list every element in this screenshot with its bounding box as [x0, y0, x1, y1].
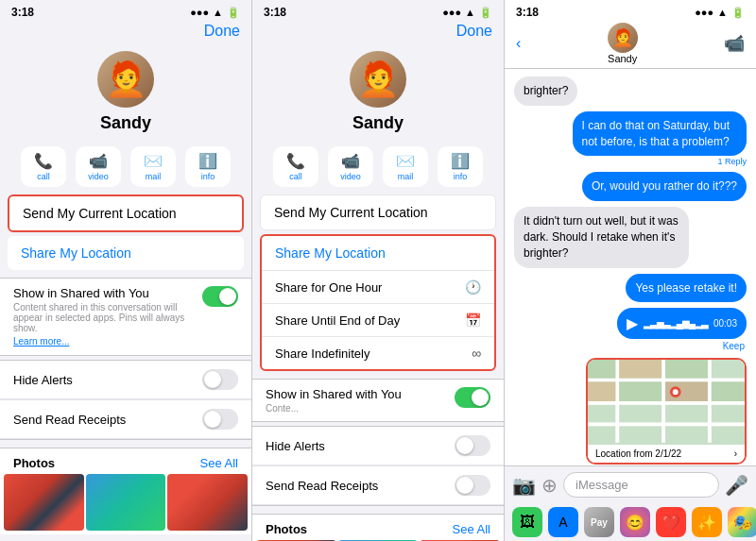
status-icons-1: ●●● ▲ 🔋	[190, 7, 240, 19]
microphone-icon[interactable]: 🎤	[725, 474, 748, 497]
send-read-toggle-1[interactable]	[202, 409, 238, 430]
msg-row-audio: ▶ ▂▃▅▃▂▄▆▄▂▃ 00:03	[514, 308, 747, 339]
calendar-icon: 📅	[465, 313, 481, 328]
back-button[interactable]: ‹	[516, 35, 521, 52]
msg-text-4: It didn't turn out well, but it was dark…	[524, 214, 679, 260]
mail-btn-1[interactable]: ✉️ mail	[130, 146, 176, 187]
status-bar-2: 3:18 ●●● ▲ 🔋	[252, 0, 504, 21]
svg-rect-4	[615, 360, 619, 443]
applepay-app-icon[interactable]: Pay	[584, 507, 614, 537]
svg-rect-9	[665, 360, 708, 379]
share-my-location-1[interactable]: Share My Location	[8, 236, 244, 270]
show-shared-label-2: Show in Shared with You Conte...	[266, 387, 402, 414]
video-label-2: video	[340, 172, 361, 181]
contact-info[interactable]: 🧑‍🦰 Sandy	[608, 23, 638, 64]
panel-1: 3:18 ●●● ▲ 🔋 Done 🧑‍🦰 Sandy 📞 call 📹 vid…	[0, 0, 252, 541]
play-icon[interactable]: ▶	[627, 314, 638, 332]
msg-status-icons: ●●● ▲ 🔋	[695, 7, 745, 19]
apps-icon[interactable]: ⊕	[541, 474, 558, 497]
profile-section-1: 🧑‍🦰 Sandy	[0, 45, 251, 141]
send-read-toggle-2[interactable]	[455, 475, 490, 496]
call-btn-2[interactable]: 📞 call	[273, 146, 318, 187]
contact-name: Sandy	[608, 53, 637, 64]
done-button-2[interactable]: Done	[456, 23, 492, 40]
photos-header-2: Photos See All	[252, 515, 504, 540]
map-card[interactable]: Location from 2/1/22 ›	[586, 358, 747, 465]
signal-icon: ●●●	[190, 7, 209, 18]
info-label-2: info	[454, 172, 468, 181]
contact-avatar: 🧑‍🦰	[608, 23, 638, 53]
status-bar-1: 3:18 ●●● ▲ 🔋	[0, 0, 251, 21]
contact-avatar-emoji: 🧑‍🦰	[612, 27, 633, 48]
svg-rect-1	[588, 379, 745, 382]
nav-bar-1: Done	[0, 21, 251, 45]
call-btn-1[interactable]: 📞 call	[21, 146, 66, 187]
appstore-app-icon[interactable]: A	[548, 507, 578, 537]
svg-rect-13	[712, 382, 745, 402]
msg-battery-icon: 🔋	[731, 7, 745, 19]
imessage-placeholder: iMessage	[576, 478, 628, 492]
show-shared-sublabel-2: Conte...	[266, 403, 402, 414]
show-shared-toggle-1[interactable]	[202, 286, 238, 307]
show-shared-title-2: Show in Shared with You	[266, 387, 402, 401]
memoji-icon[interactable]: 🎭	[728, 507, 756, 537]
svg-rect-2	[588, 401, 745, 405]
photo-thumb-1a[interactable]	[4, 474, 84, 531]
video-call-icon[interactable]: 📹	[724, 33, 745, 54]
send-location-outlined-1[interactable]: Send My Current Location	[8, 194, 244, 232]
msg-time: 3:18	[516, 6, 539, 19]
info-btn-1[interactable]: ℹ️ info	[185, 146, 231, 187]
share-indefinitely-2[interactable]: Share Indefinitely ∞	[262, 337, 494, 369]
see-all-btn-2[interactable]: See All	[453, 522, 490, 536]
msg-bubble-3: Or, would you rather do it???	[582, 172, 747, 201]
learn-more-link-1[interactable]: Learn more...	[13, 336, 69, 347]
done-button-1[interactable]: Done	[204, 23, 240, 40]
video-btn-2[interactable]: 📹 video	[328, 146, 373, 187]
send-read-row-2: Send Read Receipts	[252, 465, 504, 505]
send-location-2[interactable]: Send My Current Location	[260, 194, 496, 230]
alerts-section-1: Hide Alerts Send Read Receipts	[0, 360, 251, 440]
hide-alerts-toggle-2[interactable]	[455, 435, 490, 456]
show-shared-title-1: Show in Shared with You	[13, 286, 202, 300]
audio-duration: 00:03	[713, 318, 737, 329]
info-icon-1: ℹ️	[198, 152, 217, 170]
heart-icon[interactable]: ❤️	[656, 507, 686, 537]
video-icon-2: 📹	[341, 152, 360, 170]
send-current-location-1[interactable]: Send My Current Location	[9, 196, 242, 230]
msg-text-2: I can do that on Saturday, but not befor…	[582, 119, 730, 148]
share-location-container-1: Share My Location	[8, 236, 244, 270]
sticker-icon[interactable]: ✨	[692, 507, 722, 537]
info-btn-2[interactable]: ℹ️ info	[438, 146, 483, 187]
animoji-icon[interactable]: 😊	[620, 507, 650, 537]
msg-row-4: It didn't turn out well, but it was dark…	[514, 207, 747, 267]
panel-3-messages: 3:18 ●●● ▲ 🔋 ‹ 🧑‍🦰 Sandy 📹 brighter? I c…	[505, 0, 756, 541]
send-current-location-2[interactable]: Send My Current Location	[261, 195, 495, 229]
photo-thumb-1c[interactable]	[167, 474, 248, 531]
audio-bubble[interactable]: ▶ ▂▃▅▃▂▄▆▄▂▃ 00:03	[617, 308, 747, 339]
battery-icon-2: 🔋	[479, 7, 492, 19]
camera-icon[interactable]: 📷	[512, 474, 536, 497]
msg-input-bar: 📷 ⊕ iMessage 🎤	[505, 465, 756, 503]
photos-app-icon[interactable]: 🖼	[512, 507, 542, 537]
hide-alerts-toggle-1[interactable]	[202, 369, 238, 390]
hide-alerts-row-1: Hide Alerts	[0, 361, 251, 399]
see-all-btn-1[interactable]: See All	[200, 456, 238, 470]
share-end-of-day-2[interactable]: Share Until End of Day 📅	[262, 304, 494, 337]
share-one-hour-2[interactable]: Share for One Hour 🕐	[262, 271, 494, 304]
msg-text-5: Yes please retake it!	[635, 281, 737, 295]
video-btn-1[interactable]: 📹 video	[76, 146, 121, 187]
signal-icon-2: ●●●	[442, 7, 461, 18]
share-location-outlined-2[interactable]: Share My Location Share for One Hour 🕐 S…	[260, 234, 496, 371]
msg-bubble-5: Yes please retake it!	[626, 274, 747, 303]
photo-thumb-1b[interactable]	[86, 474, 166, 531]
show-shared-toggle-2[interactable]	[455, 387, 490, 408]
audio-waveform: ▂▃▅▃▂▄▆▄▂▃	[644, 318, 708, 329]
msg-reply-label-2[interactable]: 1 Reply	[717, 157, 747, 166]
share-my-location-2[interactable]: Share My Location	[262, 236, 494, 271]
avatar-emoji-1: 🧑‍🦰	[105, 62, 147, 96]
keep-label[interactable]: Keep	[723, 341, 747, 351]
mail-btn-2[interactable]: ✉️ mail	[383, 146, 428, 187]
wifi-icon: ▲	[213, 7, 223, 18]
imessage-input[interactable]: iMessage	[563, 472, 719, 498]
time-1: 3:18	[11, 6, 34, 19]
